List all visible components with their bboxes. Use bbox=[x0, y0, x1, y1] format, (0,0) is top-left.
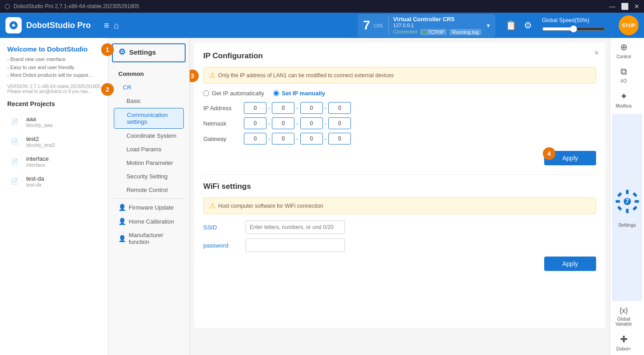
gw-seg-3[interactable] bbox=[300, 133, 323, 145]
list-item[interactable]: 📄 test-da test-da bbox=[7, 172, 101, 192]
close-button[interactable]: ✕ bbox=[634, 3, 639, 10]
nm-seg-4[interactable] bbox=[328, 117, 351, 129]
sidebar-item-common[interactable]: Common bbox=[114, 67, 184, 80]
speed-slider[interactable] bbox=[542, 25, 605, 33]
nm-seg-2[interactable] bbox=[272, 117, 294, 129]
apply-row-wifi: Apply bbox=[203, 257, 596, 271]
radio-manual[interactable]: Set IP manually bbox=[273, 90, 325, 97]
close-button-content[interactable]: × bbox=[594, 49, 599, 57]
ip-address-row: IP Address - - - bbox=[203, 102, 596, 114]
project-path: interface bbox=[26, 162, 49, 168]
home-icon[interactable]: ⌂ bbox=[114, 20, 119, 31]
logo-icon bbox=[5, 17, 22, 33]
nm-seg-1[interactable] bbox=[244, 117, 266, 129]
ip-sep-2: - bbox=[296, 105, 298, 112]
sidebar-item-remote[interactable]: Remote Control bbox=[114, 183, 184, 196]
right-nav-control[interactable]: ⊕ Control bbox=[610, 38, 637, 63]
svg-rect-9 bbox=[632, 192, 637, 197]
global-speed-control: Global Speed(50%) bbox=[542, 17, 614, 34]
status-badges: Connected TCP/IP Running log bbox=[393, 29, 481, 35]
robot-details: Virtual Controller CR5 127.0.0.1 Connect… bbox=[388, 16, 481, 35]
robot-model: CR5 bbox=[374, 23, 383, 28]
svg-rect-5 bbox=[635, 200, 639, 203]
sidebar-item-basic[interactable]: Basic bbox=[114, 94, 184, 107]
sidebar-item-cr[interactable]: CR bbox=[114, 81, 184, 94]
robot-status[interactable]: 7 CR5 Virtual Controller CR5 127.0.0.1 C… bbox=[358, 14, 495, 37]
project-name: test-da bbox=[26, 175, 44, 182]
password-input[interactable] bbox=[246, 238, 345, 252]
welcome-desc: - Brand new user interface - Easy to use… bbox=[7, 56, 101, 79]
sidebar-item-manufacturer[interactable]: 👤 Manufacturer function bbox=[114, 229, 184, 248]
settings-nav-panel: 1 ⚙ Settings 2 Common CR Basic Communica… bbox=[108, 38, 190, 355]
minimize-button[interactable]: — bbox=[609, 3, 616, 10]
gear-svg: 7 bbox=[614, 188, 641, 215]
list-item[interactable]: 📄 interface interface bbox=[7, 152, 101, 172]
ip-seg-1[interactable] bbox=[244, 102, 266, 114]
right-nav-globalvar[interactable]: {x} Global Variable bbox=[610, 303, 637, 330]
settings-icon-header[interactable]: ⚙ bbox=[524, 20, 532, 31]
user-icon-2: 👤 bbox=[118, 218, 126, 225]
project-icon: 📄 bbox=[7, 115, 22, 129]
svg-rect-8 bbox=[617, 206, 622, 210]
project-path: blockly_aaa bbox=[26, 122, 52, 128]
logo-svg bbox=[9, 20, 19, 30]
svg-rect-4 bbox=[616, 200, 620, 203]
title-bar-text: DobotStudio Pro 2.7.1-x86-64-stable.2023… bbox=[14, 3, 139, 9]
gateway-inputs: - - - bbox=[244, 133, 351, 145]
project-icon: 📄 bbox=[7, 174, 22, 189]
ssid-input[interactable] bbox=[246, 220, 345, 234]
project-path: blockly_test2 bbox=[26, 142, 55, 148]
sidebar-item-loadparams[interactable]: Load Params bbox=[114, 143, 184, 156]
sidebar-item-coordinate[interactable]: Coordinate System bbox=[114, 129, 184, 142]
ip-seg-3[interactable] bbox=[300, 102, 323, 114]
ip-fields: IP Address - - - Netmask - bbox=[203, 102, 596, 145]
sidebar-item-homecal[interactable]: 👤 Home Calibration bbox=[114, 215, 184, 228]
tcp-badge[interactable]: TCP/IP bbox=[420, 29, 447, 35]
radio-manual-input[interactable] bbox=[273, 90, 279, 96]
radio-auto-input[interactable] bbox=[203, 90, 209, 96]
connected-status: Connected bbox=[393, 29, 417, 35]
log-badge[interactable]: Running log bbox=[449, 29, 481, 35]
list-item[interactable]: 📄 test2 blockly_test2 bbox=[7, 132, 101, 152]
ip-config-title: IP Configuration bbox=[203, 51, 596, 61]
apply-row-ip: 4 Apply bbox=[203, 151, 596, 165]
title-bar: ⬡ DobotStudio Pro 2.7.1-x86-64-stable.20… bbox=[0, 0, 644, 13]
sidebar-item-motion[interactable]: Motion Parameter bbox=[114, 156, 184, 169]
gw-seg-2[interactable] bbox=[272, 133, 294, 145]
right-nav-io[interactable]: ⧉ I/O bbox=[610, 63, 637, 87]
ip-seg-2[interactable] bbox=[272, 102, 294, 114]
gateway-label: Gateway bbox=[203, 135, 239, 142]
menu-icon[interactable]: ≡ bbox=[104, 20, 109, 31]
log-icon[interactable]: 📋 bbox=[505, 20, 517, 31]
ip-address-label: IP Address bbox=[203, 105, 239, 112]
svg-rect-7 bbox=[632, 206, 637, 210]
sidebar-item-security[interactable]: Security Setting bbox=[114, 170, 184, 183]
svg-rect-2 bbox=[626, 190, 629, 194]
radio-auto[interactable]: Get IP automatically bbox=[203, 90, 264, 97]
modbus-label: Modbus bbox=[616, 103, 632, 108]
io-icon: ⧉ bbox=[621, 66, 627, 77]
gear-icon: ⚙ bbox=[118, 47, 126, 57]
nm-sep-2: - bbox=[296, 120, 298, 127]
project-icon: 📄 bbox=[7, 154, 22, 169]
list-item[interactable]: 📄 aaa blockly_aaa bbox=[7, 112, 101, 132]
title-bar-controls[interactable]: — ⬜ ✕ bbox=[609, 3, 639, 10]
app-name: DobotStudio Pro bbox=[26, 21, 91, 30]
gw-seg-1[interactable] bbox=[244, 133, 266, 145]
step-badge-3: 3 bbox=[190, 70, 199, 82]
stop-button[interactable]: STOP bbox=[619, 15, 639, 35]
sidebar-item-firmware[interactable]: 👤 Firmware Update bbox=[114, 201, 184, 214]
apply-button-wifi[interactable]: Apply bbox=[544, 257, 596, 271]
io-label: I/O bbox=[621, 79, 626, 84]
gw-seg-4[interactable] bbox=[328, 133, 351, 145]
dropdown-icon[interactable]: ▾ bbox=[487, 22, 490, 29]
sidebar-item-communication[interactable]: Communication settings bbox=[114, 108, 184, 129]
gw-sep-2: - bbox=[296, 135, 298, 142]
ip-seg-4[interactable] bbox=[328, 102, 351, 114]
nm-seg-3[interactable] bbox=[300, 117, 323, 129]
right-nav-modbus[interactable]: ✦ Modbus bbox=[610, 87, 637, 112]
right-nav-dobotplus[interactable]: ✚ Dobot+ bbox=[610, 330, 637, 355]
maximize-button[interactable]: ⬜ bbox=[621, 3, 629, 10]
globalvar-icon: {x} bbox=[620, 307, 628, 315]
netmask-label: Netmask bbox=[203, 120, 239, 127]
